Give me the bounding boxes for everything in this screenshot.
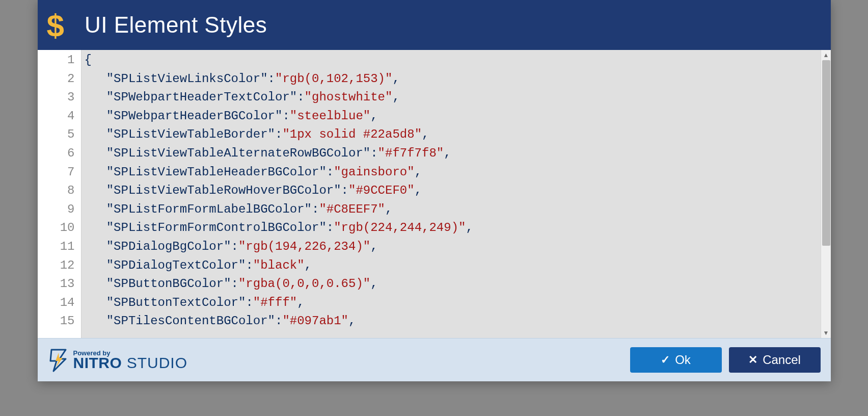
code-line: "SPDialogTextColor":"black", [85, 256, 831, 275]
code-line: "SPListViewTableBorder":"1px solid #22a5… [85, 125, 831, 144]
code-line: "SPListViewLinksColor":"rgb(0,102,153)", [85, 70, 831, 89]
cancel-button-label: Cancel [763, 353, 801, 367]
code-editor[interactable]: { "SPListViewLinksColor":"rgb(0,102,153)… [82, 50, 831, 338]
dialog-footer: Powered by NITRO STUDIO ✓ Ok ✕ Cancel [38, 338, 831, 381]
line-number: 1 [38, 51, 81, 70]
dialog-header: $ UI Element Styles [38, 0, 831, 50]
code-line: "SPListFormFormControlBGColor":"rgb(224,… [85, 219, 831, 238]
scroll-up-icon[interactable]: ▲ [821, 50, 831, 60]
code-line: "SPButtonTextColor":"#fff", [85, 294, 831, 313]
line-number: 4 [38, 107, 81, 126]
line-number: 5 [38, 125, 81, 144]
code-line: "SPListViewTableRowHoverBGColor":"#9CCEF… [85, 181, 831, 200]
brand-logo: Powered by NITRO STUDIO [48, 348, 188, 372]
dollar-icon: $ [47, 7, 64, 43]
scroll-down-icon[interactable]: ▼ [821, 328, 831, 338]
code-line: "SPTilesContentBGColor":"#097ab1", [85, 312, 831, 331]
line-number: 14 [38, 294, 81, 313]
dialog-body: 123456789101112131415 { "SPListViewLinks… [38, 50, 831, 338]
brand-studio: STUDIO [122, 354, 187, 371]
code-line: "SPListViewTableHeaderBGColor":"gainsbor… [85, 163, 831, 182]
ok-button[interactable]: ✓ Ok [630, 347, 722, 373]
vertical-scrollbar[interactable]: ▲ ▼ [821, 50, 831, 338]
line-number: 3 [38, 88, 81, 107]
code-line: "SPListViewTableAlternateRowBGColor":"#f… [85, 144, 831, 163]
line-number: 9 [38, 200, 81, 219]
line-number: 11 [38, 238, 81, 256]
line-number: 2 [38, 70, 81, 89]
line-number: 15 [38, 312, 81, 331]
close-icon: ✕ [748, 353, 757, 367]
code-line: "SPDialogBgColor":"rgb(194,226,234)", [85, 238, 831, 256]
line-number: 7 [38, 163, 81, 182]
cancel-button[interactable]: ✕ Cancel [729, 347, 821, 373]
code-line: "SPButtonBGColor":"rgba(0,0,0,0.65)", [85, 275, 831, 294]
line-number-gutter: 123456789101112131415 [38, 50, 82, 338]
code-line: "SPWebpartHeaderBGColor":"steelblue", [85, 107, 831, 126]
nitro-bolt-icon [48, 348, 69, 372]
line-number: 10 [38, 219, 81, 238]
scroll-thumb[interactable] [822, 60, 830, 246]
brand-nitro: NITRO [73, 354, 122, 371]
line-number: 8 [38, 181, 81, 200]
line-number: 13 [38, 275, 81, 294]
line-number: 12 [38, 256, 81, 275]
code-line: { [85, 51, 831, 70]
code-line: "SPWebpartHeaderTextColor":"ghostwhite", [85, 88, 831, 107]
dialog-title: UI Element Styles [85, 12, 267, 38]
ok-button-label: Ok [675, 353, 691, 367]
code-line: "SPListFormFormLabelBGColor":"#C8EEF7", [85, 200, 831, 219]
line-number: 6 [38, 144, 81, 163]
check-icon: ✓ [661, 353, 670, 367]
dialog: $ UI Element Styles 12345678910111213141… [38, 0, 831, 381]
